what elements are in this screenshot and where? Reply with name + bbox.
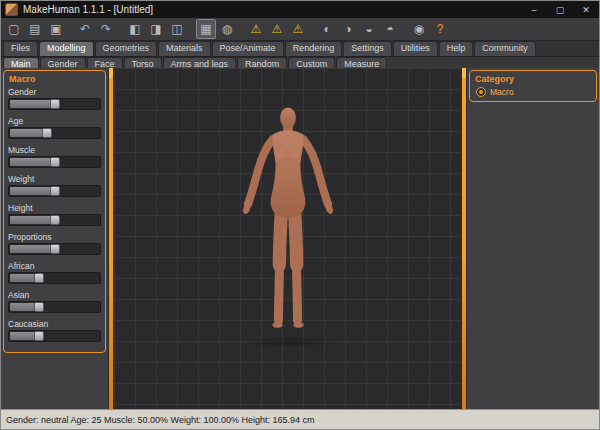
load-file-icon[interactable]: ▤ bbox=[25, 19, 45, 39]
slider-label-gender: Gender bbox=[8, 87, 101, 97]
help-icon[interactable]: ? bbox=[430, 19, 450, 39]
status-bar: Gender: neutral Age: 25 Muscle: 50.00% W… bbox=[1, 409, 599, 429]
maximize-button[interactable]: ▢ bbox=[547, 1, 573, 18]
warning-proxy-icon[interactable]: ⚠ bbox=[288, 19, 308, 39]
main-area: Macro GenderAgeMuscleWeightHeightProport… bbox=[1, 68, 599, 409]
slider-fill-proportions bbox=[10, 245, 56, 253]
slider-age: Age bbox=[8, 116, 101, 139]
slider-track-asian[interactable] bbox=[8, 301, 101, 313]
macro-title: Macro bbox=[9, 74, 101, 84]
slider-handle-weight[interactable] bbox=[50, 186, 60, 196]
toolbar: ▢▤▣↶↷◧◨◫▦◍⚠⚠⚠◐◑◒◓◉? bbox=[1, 18, 599, 41]
slider-proportions: Proportions bbox=[8, 232, 101, 255]
slider-label-proportions: Proportions bbox=[8, 232, 101, 242]
grid-icon[interactable]: ▦ bbox=[196, 19, 216, 39]
slider-track-caucasian[interactable] bbox=[8, 330, 101, 342]
slider-handle-african[interactable] bbox=[34, 273, 44, 283]
slider-track-height[interactable] bbox=[8, 214, 101, 226]
right-panel: Category Macro bbox=[467, 68, 599, 409]
window-title: MakeHuman 1.1.1 - [Untitled] bbox=[23, 4, 521, 15]
redo-icon[interactable]: ↷ bbox=[96, 19, 116, 39]
slider-label-caucasian: Caucasian bbox=[8, 319, 101, 329]
slider-fill-height bbox=[10, 216, 56, 224]
category-title: Category bbox=[475, 74, 592, 84]
slider-label-muscle: Muscle bbox=[8, 145, 101, 155]
macro-groupbox: Macro GenderAgeMuscleWeightHeightProport… bbox=[3, 70, 106, 353]
tab-help[interactable]: Help bbox=[439, 41, 474, 56]
slider-label-age: Age bbox=[8, 116, 101, 126]
save-file-icon[interactable]: ▣ bbox=[46, 19, 66, 39]
title-bar: MakeHuman 1.1.1 - [Untitled] – ▢ ✕ bbox=[1, 1, 599, 18]
symmetry-icon[interactable]: ◫ bbox=[167, 19, 187, 39]
slider-track-weight[interactable] bbox=[8, 185, 101, 197]
close-button[interactable]: ✕ bbox=[573, 1, 599, 18]
slider-handle-age[interactable] bbox=[42, 128, 52, 138]
undo-icon[interactable]: ↶ bbox=[75, 19, 95, 39]
tab-community[interactable]: Community bbox=[474, 41, 536, 56]
slider-label-height: Height bbox=[8, 203, 101, 213]
macro-sliders: GenderAgeMuscleWeightHeightProportionsAf… bbox=[8, 87, 101, 342]
radio-selected-icon bbox=[476, 87, 486, 97]
slider-handle-asian[interactable] bbox=[34, 302, 44, 312]
slider-handle-gender[interactable] bbox=[50, 99, 60, 109]
slider-track-african[interactable] bbox=[8, 272, 101, 284]
left-panel: Macro GenderAgeMuscleWeightHeightProport… bbox=[1, 68, 108, 409]
human-model[interactable] bbox=[228, 105, 348, 343]
category-groupbox: Category Macro bbox=[469, 70, 597, 102]
slider-gender: Gender bbox=[8, 87, 101, 110]
status-text: Gender: neutral Age: 25 Muscle: 50.00% W… bbox=[6, 415, 315, 425]
symmetry-right-icon[interactable]: ◨ bbox=[146, 19, 166, 39]
slider-label-weight: Weight bbox=[8, 174, 101, 184]
viewport-3d[interactable] bbox=[114, 68, 461, 409]
slider-fill-muscle bbox=[10, 158, 56, 166]
symmetry-left-icon[interactable]: ◧ bbox=[125, 19, 145, 39]
slider-label-african: African bbox=[8, 261, 101, 271]
slider-asian: Asian bbox=[8, 290, 101, 313]
tab-settings[interactable]: Settings bbox=[343, 41, 392, 56]
warning-expression-icon[interactable]: ⚠ bbox=[267, 19, 287, 39]
minimize-button[interactable]: – bbox=[521, 1, 547, 18]
category-option-macro[interactable]: Macro bbox=[476, 87, 592, 97]
warning-pose-icon[interactable]: ⚠ bbox=[246, 19, 266, 39]
slider-track-age[interactable] bbox=[8, 127, 101, 139]
tab-materials[interactable]: Materials bbox=[158, 41, 211, 56]
tab-files[interactable]: Files bbox=[3, 41, 38, 56]
camera-icon[interactable]: ◉ bbox=[409, 19, 429, 39]
slider-african: African bbox=[8, 261, 101, 284]
tab-pose-animate[interactable]: Pose/Animate bbox=[212, 41, 284, 56]
tab-geometries[interactable]: Geometries bbox=[95, 41, 158, 56]
slider-fill-gender bbox=[10, 100, 56, 108]
slider-track-proportions[interactable] bbox=[8, 243, 101, 255]
slider-caucasian: Caucasian bbox=[8, 319, 101, 342]
globe-front-icon[interactable]: ◐ bbox=[317, 19, 337, 39]
slider-track-muscle[interactable] bbox=[8, 156, 101, 168]
app-icon bbox=[5, 3, 18, 16]
menu-tabs: FilesModellingGeometriesMaterialsPose/An… bbox=[1, 41, 599, 57]
slider-muscle: Muscle bbox=[8, 145, 101, 168]
slider-handle-caucasian[interactable] bbox=[34, 331, 44, 341]
slider-handle-height[interactable] bbox=[50, 215, 60, 225]
smooth-icon[interactable]: ◍ bbox=[217, 19, 237, 39]
slider-handle-proportions[interactable] bbox=[50, 244, 60, 254]
slider-label-asian: Asian bbox=[8, 290, 101, 300]
globe-side-icon[interactable]: ◑ bbox=[338, 19, 358, 39]
tab-utilities[interactable]: Utilities bbox=[393, 41, 438, 56]
slider-track-gender[interactable] bbox=[8, 98, 101, 110]
slider-handle-muscle[interactable] bbox=[50, 157, 60, 167]
tab-modelling[interactable]: Modelling bbox=[39, 41, 94, 56]
new-file-icon[interactable]: ▢ bbox=[4, 19, 24, 39]
globe-top-icon[interactable]: ◒ bbox=[359, 19, 379, 39]
tab-rendering[interactable]: Rendering bbox=[285, 41, 343, 56]
slider-height: Height bbox=[8, 203, 101, 226]
slider-weight: Weight bbox=[8, 174, 101, 197]
makehuman-window: MakeHuman 1.1.1 - [Untitled] – ▢ ✕ ▢▤▣↶↷… bbox=[0, 0, 600, 430]
category-option-label: Macro bbox=[490, 87, 514, 97]
globe-bottom-icon[interactable]: ◓ bbox=[380, 19, 400, 39]
slider-fill-weight bbox=[10, 187, 56, 195]
